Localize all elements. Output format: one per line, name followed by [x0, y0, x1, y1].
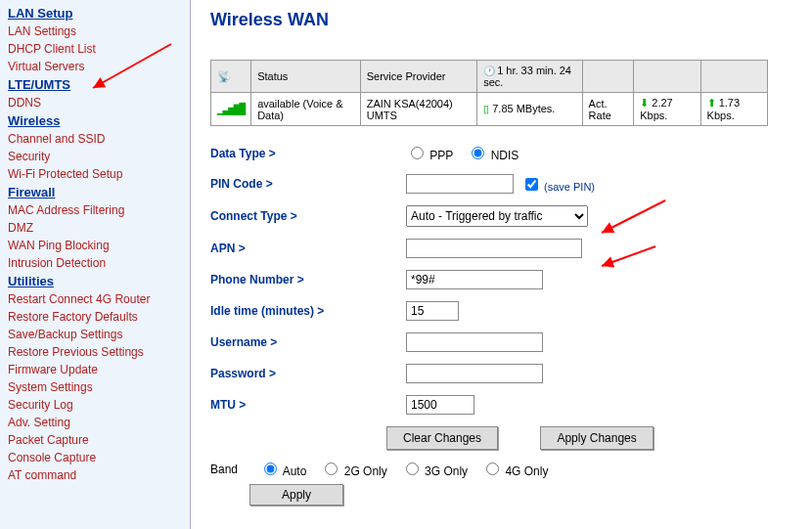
input-password[interactable] [406, 364, 543, 383]
nav-dhcp-client-list[interactable]: DHCP Client List [0, 40, 190, 58]
radio-band-auto[interactable] [264, 463, 277, 475]
nav-security-log[interactable]: Security Log [0, 396, 190, 414]
nav-restore-defaults[interactable]: Restore Factory Defaults [0, 308, 190, 326]
input-phone[interactable] [406, 270, 543, 289]
radio-ppp-label: PPP [429, 149, 453, 162]
radio-ndis-wrap[interactable]: NDIS [467, 144, 519, 162]
label-idle: Idle time (minutes) > [210, 304, 406, 318]
data-value: ▯ 7.85 MBytes. [477, 93, 582, 126]
down-rate: ⬇ 2.27 Kbps. [634, 93, 700, 126]
nav-ddns[interactable]: DDNS [0, 94, 190, 111]
radio-band-2g-wrap[interactable]: 2G Only [320, 460, 386, 478]
label-phone: Phone Number > [210, 273, 406, 287]
nav-wifi-protected-setup[interactable]: Wi-Fi Protected Setup [0, 165, 190, 183]
radio-band-auto-label: Auto [283, 464, 307, 478]
nav-virtual-servers[interactable]: Virtual Servers [0, 58, 190, 75]
radio-band-4g[interactable] [486, 463, 499, 475]
status-value: available (Voice & Data) [251, 93, 361, 126]
row-mtu: MTU > [210, 395, 792, 415]
label-connect-type: Connect Type > [210, 209, 406, 223]
row-username: Username > [210, 332, 792, 352]
nav-intrusion-detection[interactable]: Intrusion Detection [0, 254, 190, 272]
radio-ppp-wrap[interactable]: PPP [406, 144, 453, 162]
sidebar: LAN Setup LAN Settings DHCP Client List … [0, 0, 191, 529]
main-content: Wireless WAN 📡 Status Service Provider 1… [191, 0, 812, 529]
radio-band-2g-label: 2G Only [344, 464, 387, 478]
nav-adv-setting[interactable]: Adv. Setting [0, 414, 190, 431]
label-mtu: MTU > [210, 398, 406, 412]
nav-packet-capture[interactable]: Packet Capture [0, 431, 190, 449]
input-pin-code[interactable] [406, 174, 514, 194]
row-password: Password > [210, 364, 792, 383]
nav-save-backup[interactable]: Save/Backup Settings [0, 326, 190, 343]
radio-ndis[interactable] [472, 147, 484, 159]
label-data-type: Data Type > [210, 147, 406, 160]
label-password: Password > [210, 367, 406, 380]
provider-value: ZAIN KSA(42004) UMTS [360, 93, 476, 126]
nav-channel-ssid[interactable]: Channel and SSID [0, 130, 190, 148]
apply-changes-button[interactable]: Apply Changes [540, 426, 653, 450]
input-idle[interactable] [406, 301, 459, 321]
radio-band-2g[interactable] [325, 463, 338, 475]
input-mtu[interactable] [406, 395, 474, 415]
band-apply-button[interactable]: Apply [249, 484, 343, 506]
row-pin-code: PIN Code > (save PIN) [210, 174, 792, 194]
sidebar-section-wireless[interactable]: Wireless [0, 111, 190, 130]
nav-security[interactable]: Security [0, 148, 190, 165]
status-row: ▁▃▅▇█ available (Voice & Data) ZAIN KSA(… [211, 93, 768, 126]
nav-at-command[interactable]: AT command [0, 466, 190, 484]
radio-ndis-label: NDIS [491, 149, 519, 162]
status-header-provider: Service Provider [360, 61, 476, 93]
clock-icon [483, 65, 497, 76]
radio-band-4g-wrap[interactable]: 4G Only [481, 460, 548, 478]
nav-restart-router[interactable]: Restart Connect 4G Router [0, 290, 190, 308]
status-header-duration: 1 hr. 33 min. 24 sec. [477, 61, 582, 93]
sidebar-section-utilities[interactable]: Utilities [0, 272, 190, 290]
page-title: Wireless WAN [210, 10, 792, 30]
checkbox-save-pin[interactable] [525, 178, 538, 191]
sidebar-section-lte-umts[interactable]: LTE/UMTS [0, 75, 190, 94]
radio-band-3g-label: 3G Only [425, 464, 468, 478]
data-icon: ▯ [483, 103, 489, 114]
band-options: Auto 2G Only 3G Only 4G Only [259, 460, 548, 478]
upload-icon: ⬆ [707, 97, 716, 109]
status-table: 📡 Status Service Provider 1 hr. 33 min. … [210, 60, 768, 126]
label-username: Username > [210, 335, 406, 349]
up-rate: ⬆ 1.73 Kbps. [700, 93, 767, 126]
row-connect-type: Connect Type > Auto - Triggered by traff… [210, 205, 792, 227]
nav-firmware-update[interactable]: Firmware Update [0, 361, 190, 378]
sidebar-section-firewall[interactable]: Firewall [0, 183, 190, 201]
rate-label: Act. Rate [582, 93, 634, 126]
nav-restore-previous[interactable]: Restore Previous Settings [0, 343, 190, 361]
nav-wan-ping-blocking[interactable]: WAN Ping Blocking [0, 237, 190, 254]
clear-changes-button[interactable]: Clear Changes [386, 426, 498, 450]
nav-console-capture[interactable]: Console Capture [0, 449, 190, 466]
nav-system-settings[interactable]: System Settings [0, 378, 190, 396]
row-band: Band Auto 2G Only 3G Only 4G Only [210, 460, 792, 478]
status-header-status: Status [251, 61, 361, 93]
radio-band-3g[interactable] [406, 463, 419, 475]
nav-lan-settings[interactable]: LAN Settings [0, 22, 190, 40]
label-apn: APN > [210, 242, 406, 255]
radio-band-3g-wrap[interactable]: 3G Only [401, 460, 468, 478]
row-phone: Phone Number > [210, 270, 792, 289]
radio-band-auto-wrap[interactable]: Auto [259, 460, 306, 478]
select-connect-type[interactable]: Auto - Triggered by traffic [406, 205, 588, 227]
nav-dmz[interactable]: DMZ [0, 219, 190, 237]
nav-mac-filtering[interactable]: MAC Address Filtering [0, 201, 190, 219]
save-pin-label: (save PIN) [544, 181, 595, 193]
band-apply-row: Apply [249, 484, 792, 506]
button-row: Clear Changes Apply Changes [386, 426, 792, 450]
input-username[interactable] [406, 332, 543, 352]
row-idle: Idle time (minutes) > [210, 301, 792, 321]
radio-band-4g-label: 4G Only [505, 464, 548, 478]
label-pin-code: PIN Code > [210, 177, 406, 191]
radio-ppp[interactable] [411, 147, 424, 159]
row-apn: APN > [210, 239, 792, 258]
input-apn[interactable] [406, 239, 582, 258]
row-data-type: Data Type > PPP NDIS [210, 144, 792, 162]
sidebar-section-lan-setup[interactable]: LAN Setup [0, 4, 190, 22]
download-icon: ⬇ [640, 97, 649, 109]
save-pin-wrap[interactable]: (save PIN) [521, 175, 595, 194]
signal-icon: ▁▃▅▇█ [217, 103, 245, 115]
